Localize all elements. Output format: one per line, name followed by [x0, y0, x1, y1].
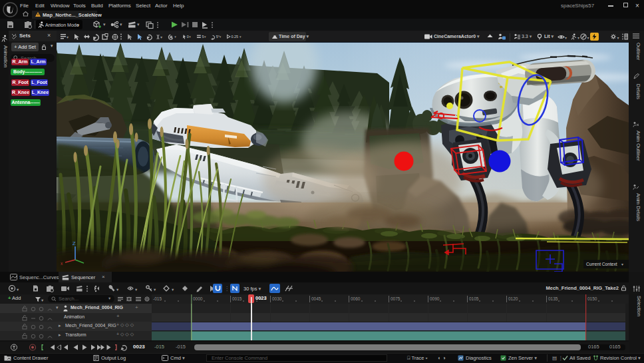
- svg-text:0090: 0090: [430, 296, 440, 301]
- svg-text:▾: ▾: [617, 36, 619, 40]
- svg-text:0135: 0135: [548, 296, 558, 301]
- svg-text:▾: ▾: [621, 262, 623, 266]
- svg-text:0030: 0030: [272, 296, 282, 301]
- svg-text:0.25: 0.25: [231, 35, 238, 39]
- svg-text:0015: 0015: [232, 296, 242, 301]
- svg-text:Current Context: Current Context: [586, 262, 617, 266]
- svg-text:0045: 0045: [311, 296, 321, 301]
- svg-text:▾: ▾: [41, 298, 44, 302]
- svg-text:Z: Z: [73, 240, 76, 246]
- svg-text:0075: 0075: [391, 296, 401, 301]
- svg-text:▾: ▾: [135, 287, 138, 292]
- svg-text:▾: ▾: [240, 35, 242, 39]
- svg-text:0023: 0023: [255, 295, 267, 301]
- svg-text:▾: ▾: [103, 22, 106, 27]
- svg-text:▾: ▾: [189, 35, 191, 39]
- svg-text:▾: ▾: [120, 22, 122, 27]
- svg-text:▾: ▾: [154, 287, 156, 292]
- svg-text:0150: 0150: [587, 296, 597, 301]
- svg-text:▾: ▾: [17, 287, 19, 292]
- svg-text:0000: 0000: [193, 296, 203, 301]
- svg-text:-015: -015: [153, 296, 162, 301]
- svg-text:▾: ▾: [160, 35, 162, 39]
- svg-text:▾: ▾: [577, 36, 579, 40]
- svg-text:▾: ▾: [116, 287, 119, 292]
- svg-text:▾: ▾: [565, 36, 567, 40]
- svg-text:0120: 0120: [508, 296, 518, 301]
- svg-text:▾: ▾: [137, 22, 140, 27]
- svg-text:0105: 0105: [469, 296, 479, 301]
- svg-text:▾: ▾: [587, 36, 589, 40]
- svg-text:▾: ▾: [67, 35, 69, 39]
- svg-text:▾: ▾: [204, 35, 206, 39]
- svg-text:0060: 0060: [351, 296, 361, 301]
- svg-text:▾: ▾: [172, 287, 174, 292]
- svg-text:▾: ▾: [174, 35, 176, 39]
- svg-text:▾: ▾: [220, 35, 222, 39]
